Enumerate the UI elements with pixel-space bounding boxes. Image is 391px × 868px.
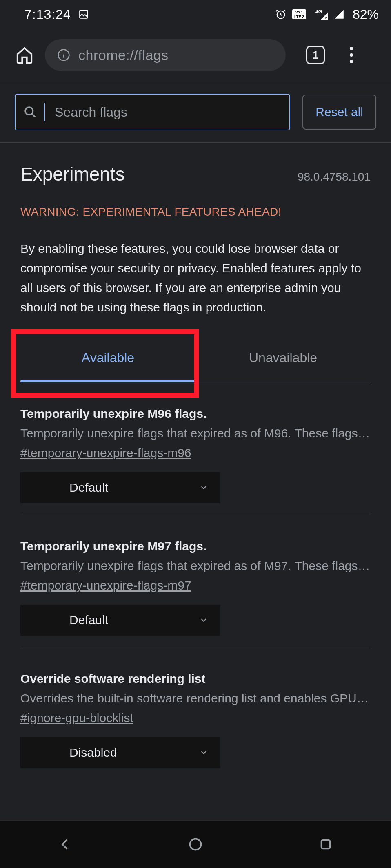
flag-item: Temporarily unexpire M97 flags. Temporar… xyxy=(20,515,371,647)
tab-count: 1 xyxy=(313,49,318,62)
flag-select-value: Default xyxy=(69,613,108,627)
omnibox-url: chrome://flags xyxy=(78,47,169,63)
text-cursor xyxy=(44,103,45,121)
tab-switcher-button[interactable]: 1 xyxy=(306,46,325,64)
more-menu-button[interactable] xyxy=(341,43,362,67)
search-flags-box[interactable] xyxy=(15,94,290,130)
signal-icon xyxy=(334,9,344,20)
nav-back-button[interactable] xyxy=(41,832,90,857)
svg-point-11 xyxy=(25,107,33,115)
svg-point-13 xyxy=(190,839,201,850)
chevron-down-icon xyxy=(199,748,208,757)
svg-line-12 xyxy=(32,114,35,117)
status-time: 7:13:24 xyxy=(24,7,71,22)
flag-anchor-link[interactable]: #ignore-gpu-blocklist xyxy=(20,711,133,725)
chevron-down-icon xyxy=(199,616,208,625)
home-button[interactable] xyxy=(12,43,37,67)
flag-select[interactable]: Default xyxy=(20,472,220,503)
flag-anchor-link[interactable]: #temporary-unexpire-flags-m96 xyxy=(20,446,191,460)
flag-select[interactable]: Default xyxy=(20,605,220,636)
svg-text:R: R xyxy=(325,16,328,20)
search-icon xyxy=(24,106,37,119)
warning-heading: WARNING: EXPERIMENTAL FEATURES AHEAD! xyxy=(0,193,391,223)
tab-available[interactable]: Available xyxy=(20,334,196,382)
volte-icon: Vo 1LTE 2 xyxy=(292,9,306,19)
flag-select[interactable]: Disabled xyxy=(20,737,220,768)
image-icon xyxy=(78,9,89,20)
chevron-down-icon xyxy=(199,483,208,492)
flag-item: Temporarily unexpire M96 flags. Temporar… xyxy=(20,382,371,515)
flag-description: Overrides the built-in software renderin… xyxy=(20,691,371,705)
site-info-icon xyxy=(57,49,70,62)
tabs: Available Unavailable xyxy=(0,334,391,382)
flag-select-value: Default xyxy=(69,481,108,495)
chrome-version: 98.0.4758.101 xyxy=(298,170,371,183)
svg-text:LTE 2: LTE 2 xyxy=(294,15,304,19)
nav-recents-button[interactable] xyxy=(301,832,350,857)
svg-rect-14 xyxy=(322,840,330,848)
browser-toolbar: chrome://flags 1 xyxy=(0,29,391,82)
flag-select-value: Disabled xyxy=(69,746,117,760)
flag-title: Temporarily unexpire M97 flags. xyxy=(20,539,371,553)
svg-rect-0 xyxy=(80,10,88,18)
status-bar: 7:13:24 Vo 1LTE 2 4G+R 82% xyxy=(0,0,391,29)
svg-text:Vo 1: Vo 1 xyxy=(295,10,303,14)
flag-title: Temporarily unexpire M96 flags. xyxy=(20,407,371,421)
alarm-icon xyxy=(275,9,287,20)
page-title: Experiments xyxy=(20,163,125,185)
svg-text:+: + xyxy=(321,9,323,13)
battery-percent: 82% xyxy=(353,7,379,22)
flag-description: Temporarily unexpire flags that expired … xyxy=(20,559,371,573)
flags-list: Temporarily unexpire M96 flags. Temporar… xyxy=(0,382,391,780)
warning-body: By enabling these features, you could lo… xyxy=(0,223,391,334)
flag-description: Temporarily unexpire flags that expired … xyxy=(20,426,371,440)
flag-anchor-link[interactable]: #temporary-unexpire-flags-m97 xyxy=(20,579,191,592)
system-navbar xyxy=(0,820,391,868)
signal-4g-icon: 4G+R xyxy=(312,9,328,20)
tab-unavailable[interactable]: Unavailable xyxy=(196,334,371,382)
nav-home-button[interactable] xyxy=(171,832,220,857)
search-row: Reset all xyxy=(0,82,391,142)
flag-title: Override software rendering list xyxy=(20,672,371,686)
search-flags-input[interactable] xyxy=(55,105,281,120)
reset-all-button[interactable]: Reset all xyxy=(302,95,376,130)
page-header: Experiments 98.0.4758.101 xyxy=(0,143,391,193)
active-tab-underline xyxy=(20,380,196,382)
flag-item: Override software rendering list Overrid… xyxy=(20,647,371,780)
omnibox[interactable]: chrome://flags xyxy=(45,39,286,71)
